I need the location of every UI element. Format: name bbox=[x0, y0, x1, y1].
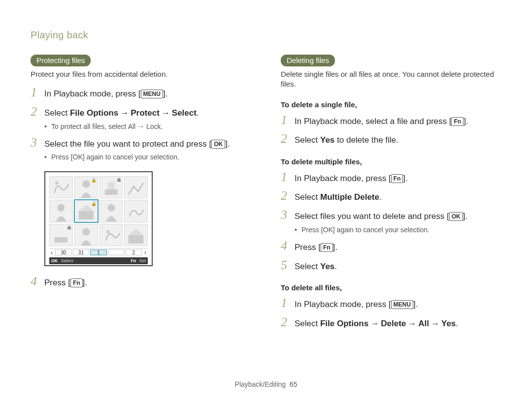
lock-icon: 🔒 bbox=[91, 178, 97, 183]
step-number: 3 bbox=[31, 136, 44, 149]
menu-button-icon: MENU bbox=[141, 90, 163, 98]
protect-step-2: 2 Select File Options→Protect→Select. bbox=[31, 105, 251, 120]
step-text: In Playback mode, press [MENU]. bbox=[44, 88, 167, 100]
step-number: 3 bbox=[281, 209, 295, 221]
protect-step-3-sub: Press [OK] again to cancel your selectio… bbox=[44, 152, 251, 162]
svg-point-6 bbox=[107, 204, 115, 212]
sub-bullet: To protect all files, select All → Lock. bbox=[44, 122, 251, 131]
fn-button-icon: Fn bbox=[391, 174, 403, 183]
footer-section: Playback/Editing bbox=[235, 380, 286, 388]
bold-text: Yes bbox=[320, 262, 334, 271]
thumb-cell-selected: 🔒 bbox=[74, 200, 98, 222]
chevron-left-icon: ‹ bbox=[49, 250, 54, 255]
step-text: Select File Options→Protect→Select. bbox=[44, 107, 199, 120]
step-number: 1 bbox=[281, 114, 295, 126]
text: ]. bbox=[163, 89, 167, 98]
text: In Playback mode, press [ bbox=[295, 174, 391, 183]
lock-icon: 🔒 bbox=[91, 201, 97, 206]
protect-step-1: 1 In Playback mode, press [MENU]. bbox=[31, 86, 251, 100]
delete-multi-head: To delete multiple files, bbox=[281, 157, 501, 166]
svg-rect-2 bbox=[104, 189, 117, 195]
protecting-files-pill: Protecting files bbox=[31, 55, 91, 66]
fn-label: Fn bbox=[131, 258, 136, 263]
text: ]. bbox=[413, 300, 418, 309]
step-text: Select File Options→Delete→All→Yes. bbox=[295, 318, 458, 330]
step-number: 4 bbox=[281, 240, 295, 252]
step-number: 1 bbox=[31, 86, 44, 99]
step-number: 4 bbox=[31, 275, 44, 288]
ok-button-icon: OK bbox=[211, 140, 225, 149]
delete-all-step-2: 2 Select File Options→Delete→All→Yes. bbox=[281, 316, 501, 330]
left-column: Protecting files Protect your files from… bbox=[31, 55, 251, 330]
svg-rect-3 bbox=[108, 182, 114, 189]
svg-rect-10 bbox=[129, 235, 143, 243]
text: Select bbox=[295, 192, 320, 202]
text: ]. bbox=[464, 117, 468, 126]
ok-action: Select bbox=[61, 258, 73, 263]
bold-text: Multiple Delete bbox=[320, 192, 379, 202]
text: Select the file you want to protect and … bbox=[44, 139, 211, 149]
bold-text: All bbox=[418, 319, 429, 328]
preview-frame: 🔒 🖶 🔒 🖶 ‹ 30 bbox=[44, 171, 153, 266]
svg-rect-7 bbox=[55, 237, 67, 243]
svg-point-1 bbox=[82, 180, 90, 187]
step-text: Select Yes to delete the file. bbox=[295, 134, 399, 147]
bold-text: Delete bbox=[381, 319, 406, 328]
protect-step-3: 3 Select the file you want to protect an… bbox=[31, 136, 251, 151]
svg-rect-5 bbox=[78, 211, 93, 219]
thumb-cell: 🖶 bbox=[100, 176, 123, 198]
text: ] again to cancel your selection. bbox=[333, 226, 430, 234]
text: . bbox=[379, 192, 382, 202]
thumb-cell bbox=[49, 176, 73, 198]
thumb-cell bbox=[100, 200, 123, 222]
film-slot-selected: 1 bbox=[90, 249, 107, 255]
text: In Playback mode, select a file and pres… bbox=[295, 117, 451, 126]
protecting-intro: Protect your files from accidental delet… bbox=[31, 69, 251, 79]
step-number: 2 bbox=[281, 189, 295, 202]
delete-single-head: To delete a single file, bbox=[281, 100, 501, 109]
thumb-cell: 🖶 bbox=[49, 224, 73, 246]
fn-action: Set bbox=[139, 258, 146, 263]
bold-text: File Options bbox=[320, 319, 368, 328]
text: Select bbox=[295, 135, 320, 145]
fn-button-icon: Fn bbox=[321, 243, 333, 252]
delete-all-step-1: 1 In Playback mode, press [MENU]. bbox=[281, 297, 501, 311]
text: ]. bbox=[83, 278, 87, 287]
ok-button-icon: OK bbox=[73, 153, 83, 161]
sub-bullet: Press [OK] again to cancel your selectio… bbox=[44, 152, 251, 162]
delete-multi-step-4: 4 Press [Fn]. bbox=[281, 240, 501, 254]
step-number: 2 bbox=[281, 132, 295, 145]
arrow-icon: → bbox=[368, 319, 381, 328]
step-number: 1 bbox=[281, 297, 295, 309]
text: Press [ bbox=[51, 153, 73, 161]
step-text: Select Multiple Delete. bbox=[295, 191, 382, 204]
ok-button-icon: OK bbox=[323, 226, 333, 234]
bold-text: File Options bbox=[70, 108, 118, 118]
thumb-cell bbox=[124, 176, 148, 198]
text: ]. bbox=[225, 139, 230, 149]
step-text: Select Yes. bbox=[295, 261, 337, 273]
thumb-cell bbox=[124, 224, 148, 246]
two-column-layout: Protecting files Protect your files from… bbox=[31, 55, 501, 330]
protect-step-2-sub: To protect all files, select All → Lock. bbox=[44, 122, 251, 131]
thumbnail-grid: 🔒 🖶 🔒 🖶 bbox=[49, 176, 148, 246]
delete-multi-step-1: 1 In Playback mode, press [Fn]. bbox=[281, 171, 501, 185]
step-number: 5 bbox=[281, 259, 295, 272]
text: ]. bbox=[333, 243, 337, 252]
text: Select bbox=[295, 319, 320, 328]
bold-text: Yes bbox=[441, 319, 456, 328]
preview-statusbar: OK Select Fn Set bbox=[49, 257, 148, 264]
thumb-cell bbox=[74, 224, 98, 246]
protect-step-4: 4 Press [Fn]. bbox=[31, 275, 251, 289]
ok-button-icon: OK bbox=[449, 212, 463, 221]
section-header: Playing back bbox=[31, 30, 501, 41]
thumb-cell bbox=[124, 200, 148, 222]
film-slot: 2 bbox=[125, 249, 142, 255]
step-text: In Playback mode, press [MENU]. bbox=[295, 299, 418, 311]
step-number: 2 bbox=[281, 316, 295, 329]
deleting-files-pill: Deleting files bbox=[281, 55, 335, 66]
step-text: Select files you want to delete and pres… bbox=[295, 211, 467, 223]
text: Press [ bbox=[295, 243, 321, 252]
film-slot: 30 bbox=[55, 249, 72, 255]
text: In Playback mode, press [ bbox=[295, 300, 391, 309]
